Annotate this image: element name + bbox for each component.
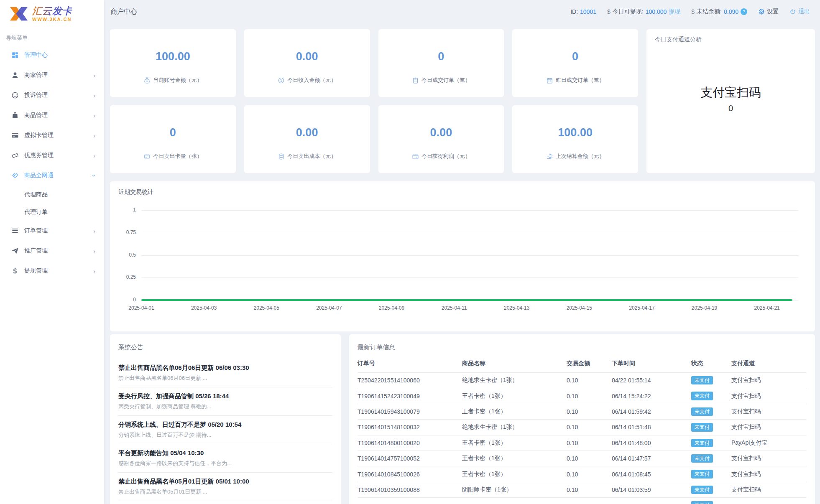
col-channel: 支付通道 (731, 358, 807, 373)
stat-card-label: 上次结算金额（元） (546, 153, 605, 160)
unsettled-balance: $ 未结余额: 0.090 ? (691, 8, 747, 15)
sidebar-item-promotion[interactable]: 推广管理› (0, 241, 104, 261)
announcement-item[interactable]: 受央行风控、加强商品管制 05/26 18:44因受央行管制、加强商品管理 尊敬… (118, 387, 332, 416)
settings-label: 设置 (767, 8, 779, 15)
order-no-cell: T250422015514100060 (358, 373, 462, 388)
product-cell: 绝地求生卡密（1张） (462, 420, 567, 435)
help-icon[interactable]: ? (741, 8, 747, 15)
sidebar-item-network[interactable]: 商品全网通› (0, 165, 104, 186)
sidebar-subitem[interactable]: 代理商品 (0, 186, 104, 203)
amount-cell: 0.10 (567, 373, 612, 388)
chart-x-axis: 2025-04-012025-04-032025-04-052025-04-07… (141, 305, 798, 313)
status-badge: 未支付 (691, 439, 713, 447)
announcement-excerpt: 禁止出售商品黑名单05月01日更新 ... (118, 488, 332, 496)
pay-channel-count: 0 (646, 104, 815, 113)
col-order-no: 订单号 (358, 358, 462, 373)
channel-cell: 支付宝扫码 (731, 373, 807, 388)
product-cell: 王者卡密（1张） (462, 404, 567, 419)
chevron-right-icon: › (93, 153, 95, 159)
sidebar-item-label: 虚拟卡管理 (24, 132, 93, 139)
stat-card-label-text: 今日卖出卡量（张） (153, 153, 202, 160)
x-tick-label: 2025-04-05 (254, 305, 279, 311)
announcement-title: 分销系统上线、日过百万不是梦 05/20 10:54 (118, 420, 332, 429)
sidebar-item-withdraw[interactable]: 提现管理› (0, 261, 104, 281)
chevron-right-icon: › (93, 268, 95, 274)
order-no-cell (358, 498, 462, 504)
nav-menu: 管理中心商家管理›投诉管理›商品管理›虚拟卡管理›优惠券管理›商品全网通›代理商… (0, 45, 104, 281)
announcement-title: 受央行风控、加强商品管制 05/26 18:44 (118, 392, 332, 400)
stat-card-value: 0.00 (296, 126, 318, 139)
announcement-time: 06/06 03:30 (216, 364, 249, 371)
settings-button[interactable]: 设置 (758, 8, 779, 15)
order-row: T190614015943100079王者卡密（1张）0.1006/14 01:… (358, 404, 807, 419)
dashboard-icon (11, 51, 19, 59)
chart-plot-area (141, 210, 798, 300)
sidebar-item-complaint[interactable]: 投诉管理› (0, 85, 104, 105)
chart-gridline (141, 255, 798, 256)
chevron-down-icon: › (91, 175, 97, 177)
sidebar: 汇云发卡 WWW.3KA.CN 导航菜单 管理中心商家管理›投诉管理›商品管理›… (0, 0, 104, 504)
status-badge: 未支付 (691, 423, 713, 431)
order-row: T190614152423100049王者卡密（1张）0.1006/14 15:… (358, 388, 807, 404)
status-cell: 未支付 (691, 435, 731, 451)
time-cell: 06/14 01:59:42 (612, 404, 691, 419)
x-tick-label: 2025-04-07 (316, 305, 342, 311)
withdraw-link[interactable]: 提现 (669, 8, 680, 15)
channel-cell: 支付宝扫码 (731, 420, 807, 435)
sidebar-item-order[interactable]: 订单管理› (0, 221, 104, 241)
channel-cell: PayApi支付宝 (731, 435, 807, 451)
y-tick-label: 0.75 (126, 229, 136, 235)
order-row: T190614015148100032绝地求生卡密（1张）0.1006/14 0… (358, 420, 807, 435)
brand-logo[interactable]: 汇云发卡 WWW.3KA.CN (0, 0, 104, 27)
sidebar-item-merchant[interactable]: 商家管理› (0, 65, 104, 85)
logout-button[interactable]: 退出 (789, 8, 810, 15)
merchant-icon (11, 71, 19, 79)
coupon-icon (11, 152, 19, 159)
sidebar-item-label: 商品管理 (24, 112, 93, 119)
chart-gridline (141, 210, 798, 211)
announcement-title-text: 分销系统上线、日过百万不是梦 (118, 421, 208, 428)
announcement-title: 禁止出售商品黑名单05月01日更新 05/01 10:00 (118, 477, 332, 486)
orders-header-row: 订单号 商品名称 交易金额 下单时间 状态 支付通道 (358, 358, 807, 373)
time-cell: 06/14 01:03:59 (612, 482, 691, 497)
stat-card-value: 0 (572, 50, 578, 63)
status-badge: 未支付 (691, 392, 713, 400)
sidebar-item-vcard[interactable]: 虚拟卡管理› (0, 125, 104, 145)
announcement-item[interactable]: 分销系统上线、日过百万不是梦 05/20 10:54分销系统上线、日过百万不是梦… (118, 416, 332, 444)
amount-cell: 0.10 (567, 466, 612, 482)
amount-cell: 0.10 (567, 482, 612, 497)
chart-gridline (141, 233, 798, 233)
product-cell (462, 498, 567, 504)
power-icon (789, 8, 796, 15)
announcement-item[interactable]: 平台更新功能告知 05/04 10:30感谢各位商家一路以来的支持与信任，平台为… (118, 444, 332, 473)
col-status: 状态 (691, 358, 731, 373)
sidebar-item-product[interactable]: 商品管理› (0, 105, 104, 125)
order-row: T190614014757100052王者卡密（1张）0.1006/14 01:… (358, 451, 807, 466)
status-cell: 未支付 (691, 466, 731, 482)
sidebar-item-label: 推广管理 (24, 247, 93, 255)
stat-card: 100.00当前账号金额（元） (110, 29, 236, 97)
order-row: T190614010359100088阴阳师卡密（1张）0.1006/14 01… (358, 482, 807, 497)
announcement-excerpt: 因受央行管制、加强商品管理 尊敬的... (118, 403, 332, 410)
sidebar-subitem[interactable]: 代理订单 (0, 203, 104, 221)
stat-card: 100.00上次结算金额（元） (512, 105, 638, 173)
stat-card-value: 0 (438, 50, 444, 63)
y-tick-label: 0.5 (129, 252, 136, 258)
announcement-item[interactable]: 禁止出售商品黑名单06月06日更新 06/06 03:30禁止出售商品黑名单06… (118, 359, 332, 387)
sidebar-item-dashboard[interactable]: 管理中心 (0, 45, 104, 65)
clipboard-icon (412, 77, 419, 84)
x-tick-label: 2025-04-03 (191, 305, 217, 311)
channel-cell: 支付宝扫码 (731, 482, 807, 497)
announcement-item[interactable]: 禁止出售商品黑名单05月01日更新 05/01 10:00禁止出售商品黑名单05… (118, 473, 332, 501)
stat-card: 0今日卖出卡量（张） (110, 105, 236, 173)
chevron-right-icon: › (93, 92, 95, 99)
sidebar-item-label: 管理中心 (24, 51, 95, 59)
chart-gridline (141, 277, 798, 278)
content: 100.00当前账号金额（元）0.00今日收入金额（元）0今日成交订单（笔）0昨… (104, 23, 820, 504)
product-cell: 绝地求生卡密（1张） (462, 373, 567, 388)
status-badge: 未支付 (691, 486, 713, 494)
status-cell: 未支付 (691, 451, 731, 466)
chevron-right-icon: › (93, 112, 95, 119)
sidebar-item-coupon[interactable]: 优惠券管理› (0, 145, 104, 165)
order-row: T190614014800100020王者卡密（1张）0.1006/14 01:… (358, 435, 807, 451)
